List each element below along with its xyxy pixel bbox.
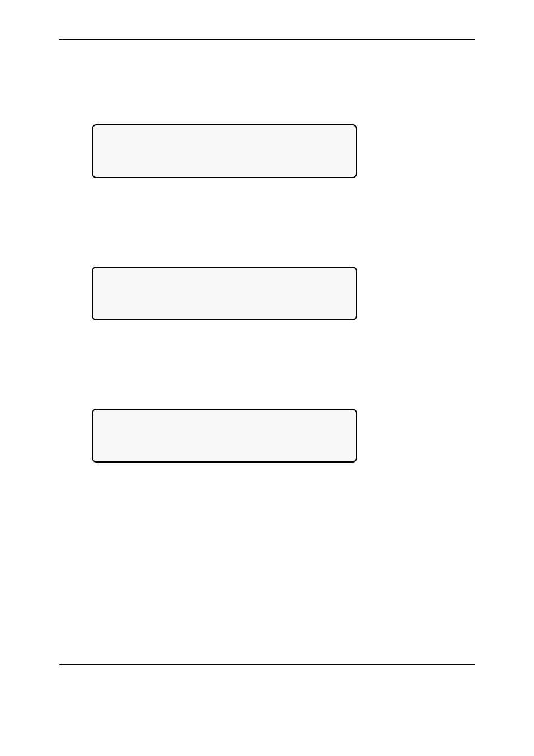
content-box-3	[92, 409, 357, 463]
content-box-2	[92, 267, 357, 320]
page	[0, 0, 534, 756]
footer-rule	[59, 664, 475, 665]
header-rule	[59, 39, 475, 40]
content-box-1	[92, 124, 357, 178]
